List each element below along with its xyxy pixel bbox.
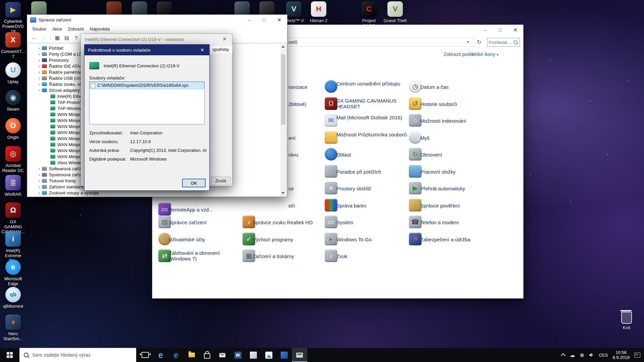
cp-item-label[interactable]: Systém bbox=[336, 220, 410, 225]
app-tile-blue-taskbar-icon[interactable] bbox=[276, 348, 292, 362]
tree-item[interactable]: ›Počítač bbox=[37, 45, 63, 51]
clock[interactable]: 10:56 8.9.2019 bbox=[612, 350, 630, 360]
menu-item-3[interactable]: Nápověda bbox=[87, 26, 113, 32]
close-button[interactable] bbox=[217, 34, 232, 44]
cp-item-label-fragment[interactable]: eči bbox=[288, 203, 295, 208]
tree-expander-icon[interactable]: › bbox=[37, 88, 42, 93]
tree-expander-icon[interactable]: › bbox=[37, 172, 42, 177]
cp-item-label[interactable]: Uživatelské účty bbox=[169, 237, 242, 242]
cp-item-label[interactable]: Možnosti Průzkumníka souborů bbox=[336, 132, 410, 137]
cp-item-label[interactable]: Zabezpečení a údržba bbox=[420, 237, 493, 242]
cp-item-label-fragment[interactable]: ce bbox=[288, 186, 294, 191]
driver-dialog-titlebar[interactable]: Podrobnosti o souboru ovladače × bbox=[85, 45, 209, 55]
desktop-icon-qbittorrent[interactable]: qbqBittorrent bbox=[1, 287, 25, 309]
console-window-icon[interactable]: ▦ bbox=[53, 34, 62, 42]
cp-item-label[interactable]: Zvuk bbox=[336, 253, 410, 259]
tree-expander-icon[interactable]: › bbox=[37, 70, 42, 75]
tree-expander-icon[interactable]: › bbox=[37, 184, 42, 189]
cp-item-label[interactable]: Poradce při potížích bbox=[336, 169, 410, 175]
menu-item-2[interactable]: Zobrazit bbox=[65, 26, 87, 32]
desktop-icon-grand-theft-auto-v[interactable]: VGrand Theft Auto V bbox=[383, 1, 408, 28]
tree-expander-icon[interactable]: › bbox=[37, 46, 42, 51]
taskbar-search[interactable] bbox=[19, 348, 136, 362]
tab-power-management[interactable]: spotřeby bbox=[209, 45, 232, 53]
photos-taskbar-icon[interactable] bbox=[261, 348, 276, 362]
cp-item-label[interactable]: Pracovní složky bbox=[420, 169, 493, 175]
desktop-icon-steam[interactable]: ◉Steam bbox=[1, 90, 25, 112]
taskbar-search-input[interactable] bbox=[32, 352, 136, 358]
help-icon[interactable]: ? bbox=[72, 34, 80, 42]
ok-button[interactable]: OK bbox=[182, 179, 206, 187]
desktop-icon-uplay[interactable]: UUplay bbox=[1, 62, 25, 84]
scrollbar[interactable] bbox=[280, 44, 286, 196]
cp-item-label[interactable]: Oblast bbox=[336, 152, 410, 158]
cp-item-label[interactable]: Zařízení a tiskárny bbox=[253, 253, 326, 259]
cp-item-label[interactable]: Zálohování a obnovení (Windows 7) bbox=[169, 250, 242, 261]
cp-item-label[interactable]: Výchozí programy bbox=[253, 237, 326, 242]
tree-item[interactable]: ›Procesory bbox=[37, 57, 69, 63]
tree-expander-icon[interactable]: › bbox=[37, 52, 42, 57]
tree-expander-icon[interactable]: › bbox=[37, 82, 42, 87]
tree-item[interactable]: ›Tiskové fronty bbox=[37, 178, 76, 184]
language-indicator[interactable]: CES bbox=[599, 353, 608, 358]
desktop-icon-cyberlink-powerdvd[interactable]: ▶Cyberlink PowerDVD 18 bbox=[1, 2, 25, 34]
cp-item-label[interactable]: Možnosti indexování bbox=[420, 118, 493, 124]
internet-browser-taskbar-icon[interactable] bbox=[168, 348, 184, 362]
microsoft-store-taskbar-icon[interactable] bbox=[199, 348, 215, 362]
scroll-down-icon[interactable] bbox=[281, 192, 285, 194]
cp-item-label[interactable]: GX GAMING CAVIMANUS HEADSET bbox=[336, 98, 410, 109]
desktop-icon-nero-startsmart[interactable]: ♦Nero StartSm... bbox=[1, 314, 25, 341]
word-taskbar-icon[interactable] bbox=[230, 348, 246, 362]
onedrive-cloud-icon[interactable]: ☁ bbox=[570, 352, 575, 358]
cp-item-label[interactable]: Správce zařízení bbox=[169, 220, 242, 225]
tree-item[interactable]: ›Softwarová zařízení bbox=[37, 166, 88, 172]
desktop-icon-hitman-2[interactable]: HHitman 2 bbox=[306, 1, 331, 23]
scroll-up-icon[interactable] bbox=[281, 46, 285, 48]
desktop-icon-acrobat-reader-dc[interactable]: ◎Acrobat Reader DC bbox=[1, 146, 25, 173]
recycle-bin[interactable]: Koš bbox=[616, 312, 637, 330]
cp-item-label[interactable]: Obnovení bbox=[420, 152, 493, 158]
driver-file-item[interactable]: C:\WINDOWS\system32\DRIVERS\e1i65x64.sys bbox=[90, 82, 204, 89]
cp-item-label[interactable]: Myš bbox=[420, 135, 493, 141]
tree-item[interactable]: ›Porty (COM a LPT) bbox=[37, 51, 86, 57]
cancel-button[interactable]: Zrušit bbox=[211, 177, 231, 185]
desktop-icon-gx-gaming-cavimanus[interactable]: ΩGX GAMING CAVIMAN... bbox=[1, 202, 25, 234]
cp-item-label[interactable]: Správce pověření bbox=[420, 203, 493, 208]
desktop-icon-microsoft-edge[interactable]: eMicrosoft Edge bbox=[1, 259, 25, 286]
file-explorer-taskbar-icon[interactable] bbox=[184, 348, 199, 362]
tree-expander-icon[interactable]: › bbox=[37, 166, 42, 171]
minimize-button[interactable] bbox=[241, 15, 257, 25]
menu-item-1[interactable]: Akce bbox=[49, 26, 65, 32]
cp-item-label[interactable]: Historie souborů bbox=[420, 101, 493, 107]
tree-item[interactable]: ›Síťové adaptéry bbox=[37, 87, 80, 93]
properties-icon[interactable]: ▤ bbox=[62, 34, 71, 42]
properties-titlebar[interactable]: Intel(R) Ethernet Connection (2) I219-V … bbox=[81, 34, 232, 45]
cp-item-label-fragment[interactable]: rávu bbox=[288, 152, 298, 158]
cp-item-label[interactable]: Správce zvuku Realtek HD bbox=[253, 220, 326, 225]
network-icon[interactable]: ⊕ bbox=[580, 352, 584, 358]
tray-expand-icon[interactable] bbox=[561, 353, 566, 358]
driver-files-list[interactable]: C:\WINDOWS\system32\DRIVERS\e1i65x64.sys bbox=[89, 81, 205, 124]
close-icon[interactable]: × bbox=[195, 45, 209, 55]
tree-expander-icon[interactable]: › bbox=[37, 178, 42, 183]
cp-item-label-fragment[interactable]: ronizace bbox=[288, 84, 308, 90]
cp-item-label[interactable]: Windows To Go bbox=[336, 237, 410, 242]
task-view-taskbar-icon[interactable] bbox=[138, 348, 153, 362]
cp-item-label-fragment[interactable]: 2bitové) bbox=[288, 101, 306, 107]
edge-taskbar-icon[interactable] bbox=[153, 348, 168, 362]
tree-expander-icon[interactable]: › bbox=[37, 190, 42, 195]
tree-item[interactable]: ›Systémová zařízení bbox=[37, 172, 87, 178]
scroll-thumb[interactable] bbox=[281, 54, 285, 125]
mail-taskbar-icon[interactable] bbox=[215, 348, 230, 362]
start-button[interactable] bbox=[0, 348, 19, 362]
action-center-icon[interactable] bbox=[634, 353, 640, 358]
cp-item-label[interactable]: Přehrát automaticky bbox=[420, 186, 493, 191]
device-manager-taskbar-icon[interactable] bbox=[292, 348, 307, 362]
tree-expander-icon[interactable]: › bbox=[37, 76, 42, 81]
cp-item-label-fragment[interactable]: ení bbox=[288, 135, 296, 141]
cp-item-label[interactable]: RemoteApp a vzd... bbox=[169, 207, 242, 213]
desktop-icon-convertx-to-dvd[interactable]: XConvertXT... 7 bbox=[1, 32, 25, 59]
close-button[interactable] bbox=[272, 15, 287, 25]
maximize-button[interactable] bbox=[257, 15, 272, 25]
device-manager-titlebar[interactable]: Správce zařízení bbox=[27, 15, 287, 25]
